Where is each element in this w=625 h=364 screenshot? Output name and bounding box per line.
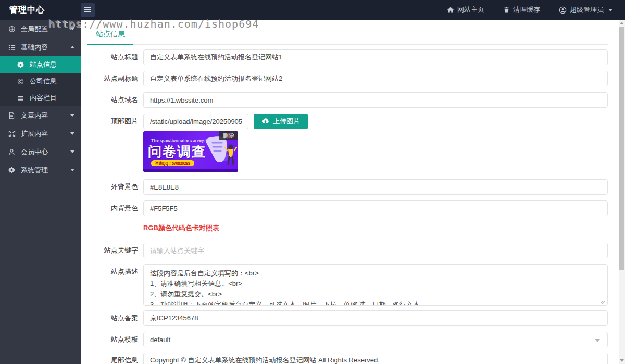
chevron-down-icon [70,169,74,171]
sidebar-item-basic-content[interactable]: 基础内容 [0,38,81,56]
top-image-path-input[interactable] [143,114,248,129]
menu-toggle-button[interactable] [81,3,95,17]
site-template-select[interactable]: default [143,332,608,347]
upload-image-label: 上传图片 [273,117,300,126]
delete-image-button[interactable]: 删除 [219,131,238,140]
site-subtitle-label: 站点副标题 [88,71,143,86]
app-title: 管理中心 [0,5,81,16]
site-keywords-input[interactable] [143,243,608,258]
sidebar-item-site-info[interactable]: 站点信息 [0,56,81,73]
admin-menu[interactable]: 超级管理员 [559,5,612,15]
banner-qq-line: 咨询QQ：570830288 [151,160,194,166]
cloud-upload-icon [261,118,269,125]
user-icon [8,148,16,156]
site-description-textarea[interactable]: 这段内容是后台自定义填写的：<br> 1、请准确填写相关信息。<br> 2、请勿… [143,264,608,306]
scroll-up-arrow-icon[interactable] [620,22,624,24]
sidebar-item-label: 扩展内容 [21,129,48,139]
upload-image-button[interactable]: 上传图片 [254,114,308,129]
site-info-form: 站点标题 站点副标题 站点域名 顶部图片 [88,45,608,364]
sidebar-item-label: 站点信息 [30,60,57,69]
menu-lines-icon [17,95,25,102]
footer-info-label: 尾部信息 [88,353,143,364]
form-row: 站点副标题 [88,71,608,86]
chevron-down-icon [70,28,74,30]
top-image-preview: 删除 The questionnaire survey 问卷调查 咨询QQ：57… [143,131,238,172]
user-circle-icon [559,6,567,14]
sidebar: 全局配置 基础内容 站点信息 公司 [0,20,81,364]
chevron-down-icon [608,9,612,11]
sidebar-item-label: 内容栏目 [30,93,57,103]
home-icon [447,6,454,14]
site-title-input[interactable] [143,49,608,65]
sidebar-item-article-content[interactable]: 文章内容 [0,106,81,124]
sidebar-item-label: 全局配置 [21,24,48,34]
scrollbar-thumb[interactable] [619,27,624,270]
sidebar-item-content-columns[interactable]: 内容栏目 [0,90,81,106]
form-row: 站点域名 [88,92,608,108]
site-keywords-label: 站点关键字 [88,243,143,258]
site-home-link[interactable]: 网站主页 [447,5,484,15]
tab-bar: 站点信息 [88,20,608,45]
banner-title: 问卷调查 [148,143,206,161]
basic-content-submenu: 站点信息 公司信息 内容栏目 [0,56,81,106]
sidebar-item-system-management[interactable]: 系统管理 [0,161,81,179]
gear-icon [17,61,25,68]
form-row: 尾部信息 [88,353,608,364]
resize-grip[interactable] [601,298,606,304]
inner-bg-color-label: 内背景色 [88,200,143,216]
site-icp-label: 站点备案 [88,310,143,326]
admin-menu-label: 超级管理员 [570,5,604,15]
site-domain-label: 站点域名 [88,92,143,108]
globe-icon [8,26,16,33]
form-row: 站点备案 [88,310,608,326]
vertical-scrollbar[interactable] [619,20,625,364]
site-description-label: 站点描述 [88,264,143,280]
trash-icon [503,6,510,14]
topbar-right: 网站主页 清理缓存 超级管理员 [447,5,625,15]
chevron-down-icon [70,114,74,117]
sidebar-item-label: 公司信息 [30,77,57,86]
top-image-label: 顶部图片 [88,114,143,129]
sidebar-item-label: 文章内容 [21,111,48,120]
chevron-down-icon [70,150,74,153]
form-row: 顶部图片 上传图片 [88,114,608,129]
site-template-label: 站点模板 [88,332,143,347]
chevron-down-icon [70,132,74,135]
sidebar-item-company-info[interactable]: 公司信息 [0,73,81,90]
sidebar-item-label: 基础内容 [21,43,48,52]
form-row: 内背景色 [88,200,608,216]
form-row: 外背景色 [88,179,608,195]
clear-cache-link[interactable]: 清理缓存 [503,5,540,15]
list-icon [8,44,16,51]
main-content: 站点信息 站点标题 站点副标题 站点域名 顶部图片 [81,20,625,364]
form-row: 站点描述 这段内容是后台自定义填写的：<br> 1、请准确填写相关信息。<br>… [88,264,608,306]
tab-site-info[interactable]: 站点信息 [88,20,133,44]
chevron-up-icon [70,46,74,48]
footer-info-input[interactable] [143,353,608,364]
arrows-expand-icon [8,130,16,137]
sidebar-item-label: 会员中心 [21,147,48,157]
inner-bg-color-input[interactable] [143,200,608,216]
gear-icon [8,167,16,173]
form-row: RGB颜色代码色卡对照表 [88,223,608,233]
site-subtitle-input[interactable] [143,71,608,86]
banner-subtitle: The questionnaire survey [151,138,204,143]
site-template-value: default [150,336,170,344]
site-title-label: 站点标题 [88,49,143,65]
sidebar-item-member-center[interactable]: 会员中心 [0,143,81,161]
outer-bg-color-input[interactable] [143,179,608,195]
rgb-color-chart-link[interactable]: RGB颜色代码色卡对照表 [143,224,219,232]
sidebar-item-extended-content[interactable]: 扩展内容 [0,124,81,143]
topbar: 管理中心 网站主页 清理缓存 超级管理员 [0,0,625,20]
sidebar-item-global-config[interactable]: 全局配置 [0,20,81,38]
outer-bg-color-label: 外背景色 [88,179,143,195]
site-domain-input[interactable] [143,92,608,108]
chevron-down-icon [595,339,600,342]
form-row: 站点关键字 [88,243,608,258]
form-row: 站点模板 default [88,332,608,347]
site-icp-input[interactable] [143,310,608,326]
sidebar-item-label: 系统管理 [21,166,48,175]
clear-cache-label: 清理缓存 [513,5,540,15]
hamburger-icon [84,7,91,8]
scroll-down-arrow-icon[interactable] [620,359,624,362]
